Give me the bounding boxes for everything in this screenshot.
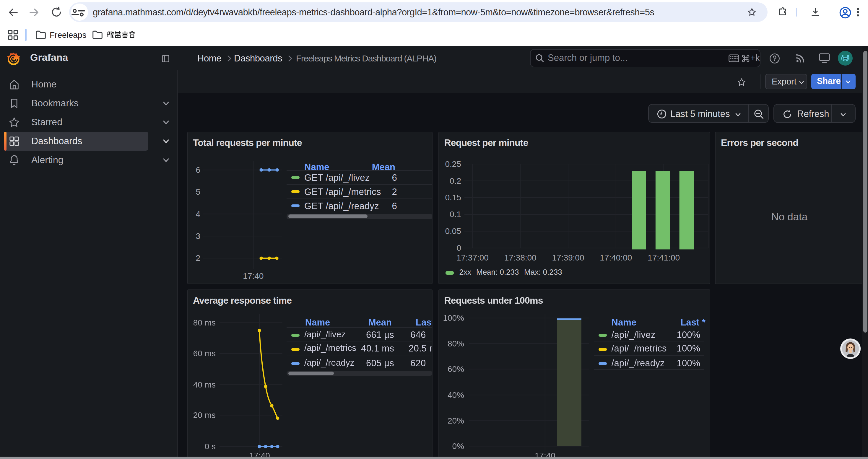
svg-text:17:40: 17:40 [243, 271, 263, 281]
svg-text:0.15: 0.15 [445, 193, 461, 202]
svg-text:17:37:00: 17:37:00 [456, 253, 488, 262]
svg-text:0.05: 0.05 [445, 227, 461, 236]
svg-text:40 ms: 40 ms [193, 380, 215, 389]
svg-text:80 ms: 80 ms [193, 318, 215, 327]
svg-text:20 ms: 20 ms [193, 411, 215, 420]
svg-text:5: 5 [195, 187, 200, 196]
svg-text:2: 2 [195, 254, 200, 263]
svg-text:17:38:00: 17:38:00 [504, 253, 536, 262]
svg-text:40%: 40% [447, 391, 464, 400]
svg-text:60%: 60% [447, 364, 464, 374]
svg-text:4: 4 [195, 209, 200, 219]
svg-text:0%: 0% [452, 441, 464, 451]
svg-text:0 s: 0 s [205, 442, 215, 451]
svg-text:100%: 100% [443, 314, 464, 323]
svg-text:0.25: 0.25 [445, 160, 461, 169]
svg-text:0: 0 [457, 243, 461, 253]
svg-text:3: 3 [195, 232, 200, 241]
svg-text:80%: 80% [447, 339, 464, 348]
svg-text:0.2: 0.2 [450, 176, 461, 186]
svg-text:6: 6 [195, 165, 200, 174]
svg-text:60 ms: 60 ms [193, 349, 215, 358]
svg-text:0.1: 0.1 [450, 210, 461, 219]
svg-text:17:41:00: 17:41:00 [647, 253, 680, 262]
svg-text:17:40:00: 17:40:00 [600, 253, 632, 262]
svg-text:20%: 20% [447, 416, 464, 425]
svg-text:17:39:00: 17:39:00 [552, 253, 584, 262]
